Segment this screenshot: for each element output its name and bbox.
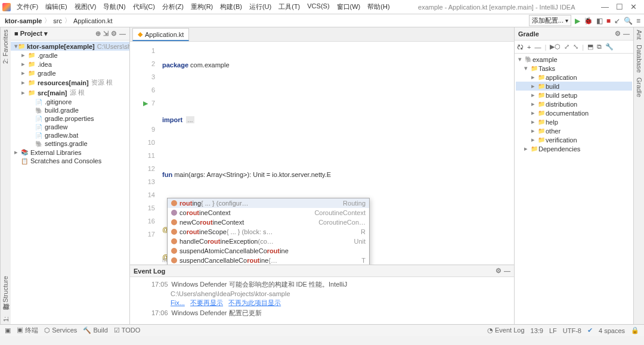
completion-item[interactable]: newCoroutineContextCoroutineCon… bbox=[168, 217, 369, 227]
strip-database[interactable]: Database bbox=[634, 42, 644, 75]
gradle-deps[interactable]: ▸📁Dependencies bbox=[516, 144, 632, 153]
stop-icon[interactable]: ■ bbox=[606, 17, 611, 25]
run-icon[interactable]: ▶ bbox=[575, 17, 580, 25]
hide-icon[interactable]: — bbox=[119, 30, 126, 38]
status-indent[interactable]: 4 spaces bbox=[599, 327, 625, 334]
gradle-root[interactable]: ▾🐘example bbox=[516, 55, 632, 64]
menu-analyze[interactable]: 分析(Z) bbox=[160, 1, 186, 13]
tab-application-kt[interactable]: ◆ Application.kt bbox=[132, 28, 189, 41]
gradle-task-group[interactable]: ▸📁distribution bbox=[516, 100, 632, 108]
hide-icon[interactable]: — bbox=[504, 268, 510, 275]
gutter-line[interactable]: 12 bbox=[130, 162, 155, 175]
gutter-line[interactable]: 15 bbox=[130, 201, 155, 215]
close-button[interactable]: ✕ bbox=[630, 2, 637, 11]
gutter-line[interactable]: 7 bbox=[130, 97, 155, 110]
detach-icon[interactable]: — bbox=[534, 43, 541, 51]
menu-file[interactable]: 文件(F) bbox=[14, 1, 41, 13]
collapse-icon[interactable]: ⇲ bbox=[103, 30, 109, 38]
gear-icon[interactable]: ⚙ bbox=[615, 30, 621, 38]
event-log-body[interactable]: 17:05Windows Defender 可能会影响您的构建和 IDE 性能。… bbox=[130, 277, 514, 324]
menu-refactor[interactable]: 重构(R) bbox=[188, 1, 215, 13]
project-tree[interactable]: ▾📁ktor-sample [example]C:\Users\sheng\Id… bbox=[11, 41, 129, 324]
tool-window-icon[interactable]: ▣ bbox=[5, 327, 11, 334]
status-terminal[interactable]: ▣ 终端 bbox=[17, 326, 38, 335]
vcs-icon[interactable]: ↙ bbox=[614, 17, 620, 25]
gutter-line[interactable]: 3 bbox=[130, 70, 155, 83]
menu-edit[interactable]: 编辑(E) bbox=[43, 1, 70, 13]
status-todo[interactable]: ☑ TODO bbox=[114, 327, 140, 334]
analyzer-icon[interactable]: ⧉ bbox=[597, 43, 602, 51]
gutter-line[interactable]: 2 bbox=[130, 57, 155, 70]
gutter-line[interactable]: 17 bbox=[130, 228, 155, 241]
gradle-task-group[interactable]: ▸📁help bbox=[516, 117, 632, 126]
gutter-line[interactable]: 11 bbox=[130, 149, 155, 162]
menu-vcs[interactable]: VCS(S) bbox=[305, 1, 332, 13]
tree-item[interactable]: 📄gradlew bbox=[11, 123, 129, 131]
fix-link[interactable]: Fix... bbox=[171, 299, 185, 306]
coverage-icon[interactable]: ◧ bbox=[596, 17, 603, 25]
search-icon[interactable]: 🔍 bbox=[624, 17, 633, 25]
tree-item[interactable]: ▸📁gradle bbox=[11, 69, 129, 77]
completion-item[interactable]: routing { ... } (configur…Routing bbox=[168, 198, 369, 208]
strip-project[interactable]: 1: 项目 bbox=[1, 312, 11, 324]
gutter-line[interactable]: 16 bbox=[130, 215, 155, 228]
select-opened-icon[interactable]: ⊕ bbox=[95, 30, 101, 38]
gradle-task-group[interactable]: ▸📁other bbox=[516, 126, 632, 135]
tree-item[interactable]: ▸📁src [main]源 根 bbox=[11, 88, 129, 98]
code-editor[interactable]: 1236791011121314151617 package com.examp… bbox=[130, 42, 514, 265]
add-icon[interactable]: + bbox=[527, 43, 531, 51]
gutter-line[interactable]: 1 bbox=[130, 44, 155, 57]
offline-icon[interactable]: ⬒ bbox=[587, 43, 593, 51]
completion-item[interactable]: suspendCancellableCoroutine {…T bbox=[168, 256, 369, 265]
debug-icon[interactable]: 🐞 bbox=[584, 17, 593, 25]
status-encoding[interactable]: UTF-8 bbox=[563, 327, 581, 334]
tree-item[interactable]: 🐘build.gradle bbox=[11, 106, 129, 114]
gradle-task-group[interactable]: ▸📁build setup bbox=[516, 91, 632, 100]
gear-icon[interactable]: ⚙ bbox=[111, 30, 117, 38]
menu-navigate[interactable]: 导航(N) bbox=[101, 1, 128, 13]
menu-run[interactable]: 运行(U) bbox=[247, 1, 274, 13]
hide-icon[interactable]: — bbox=[623, 30, 630, 38]
completion-item[interactable]: coroutineContextCoroutineContext bbox=[168, 208, 369, 217]
menu-help[interactable]: 帮助(H) bbox=[365, 1, 392, 13]
strip-gradle[interactable]: Gradle bbox=[634, 75, 644, 100]
menu-view[interactable]: 视图(V) bbox=[72, 1, 99, 13]
status-services[interactable]: ⬡ Services bbox=[44, 327, 77, 334]
gutter-line[interactable]: 9 bbox=[130, 123, 155, 136]
wrench-icon[interactable]: 🔧 bbox=[605, 43, 614, 51]
status-build[interactable]: 🔨 Build bbox=[83, 327, 108, 334]
completion-item[interactable]: handleCoroutineException(co…Unit bbox=[168, 237, 369, 246]
gradle-task-group[interactable]: ▸📁application bbox=[516, 73, 632, 82]
tree-item[interactable]: ▸📁.idea bbox=[11, 60, 129, 69]
gradle-task-group[interactable]: ▸📁documentation bbox=[516, 108, 632, 117]
tree-item[interactable]: ▸📁.gradle bbox=[11, 51, 129, 60]
status-line-sep[interactable]: LF bbox=[549, 327, 557, 334]
gradle-task-group[interactable]: ▸📁build bbox=[516, 82, 632, 91]
gutter-line[interactable]: 10 bbox=[130, 136, 155, 149]
tree-root[interactable]: ▾📁ktor-sample [example]C:\Users\sheng\Id… bbox=[11, 42, 129, 51]
strip-structure[interactable]: 2: Structure bbox=[1, 273, 11, 312]
tree-item[interactable]: 📄gradlew.bat bbox=[11, 131, 129, 139]
gradle-task-group[interactable]: ▸📁verification bbox=[516, 135, 632, 144]
status-position[interactable]: 13:9 bbox=[531, 327, 543, 334]
completion-item[interactable]: coroutineScope { ... } (block: s…R bbox=[168, 227, 369, 237]
execute-icon[interactable]: ▶⬡ bbox=[550, 43, 561, 51]
tree-item[interactable]: ▸📁resources [main]资源 根 bbox=[11, 77, 129, 88]
tree-item[interactable]: 📄gradle.properties bbox=[11, 114, 129, 123]
menu-window[interactable]: 窗口(W) bbox=[335, 1, 363, 13]
tree-item[interactable]: 🐘settings.gradle bbox=[11, 139, 129, 148]
gutter-line[interactable] bbox=[130, 110, 155, 123]
menu-build[interactable]: 构建(B) bbox=[218, 1, 244, 13]
structure-icon[interactable]: ≡ bbox=[636, 17, 640, 25]
gutter-line[interactable]: 6 bbox=[130, 83, 155, 97]
dont-show-link[interactable]: 不要再显示 bbox=[190, 299, 223, 306]
strip-ant[interactable]: Ant bbox=[634, 27, 644, 42]
strip-favorites[interactable]: 2: Favorites bbox=[1, 27, 11, 66]
menu-tools[interactable]: 工具(T) bbox=[276, 1, 302, 13]
gutter-line[interactable]: 13 bbox=[130, 175, 155, 188]
collapse-icon[interactable]: ⤡ bbox=[573, 43, 578, 51]
completion-item[interactable]: suspendAtomicCancellableCoroutine bbox=[168, 246, 369, 256]
breadcrumb-src[interactable]: src bbox=[52, 17, 63, 24]
gutter-line[interactable]: 14 bbox=[130, 188, 155, 201]
tree-item[interactable]: 📄.gitignore bbox=[11, 98, 129, 106]
